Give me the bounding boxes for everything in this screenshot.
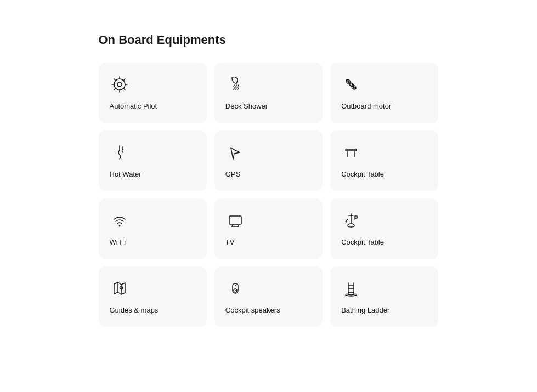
svg-line-13 bbox=[234, 88, 234, 90]
card-gps[interactable]: GPS bbox=[214, 130, 323, 191]
card-wifi[interactable]: Wi Fi bbox=[99, 198, 207, 259]
svg-point-42 bbox=[235, 285, 236, 286]
hot-water-icon bbox=[110, 143, 129, 162]
svg-line-30 bbox=[346, 219, 348, 221]
card-label-deck-shower: Deck Shower bbox=[225, 102, 268, 110]
card-tv[interactable]: TV bbox=[214, 198, 323, 259]
map-icon bbox=[110, 279, 129, 298]
svg-rect-24 bbox=[229, 216, 241, 224]
card-cockpit-speakers[interactable]: Cockpit speakers bbox=[214, 266, 323, 327]
card-hot-water[interactable]: Hot Water bbox=[99, 130, 207, 191]
card-cockpit-table-2[interactable]: Cockpit Table bbox=[330, 198, 438, 259]
svg-line-7 bbox=[123, 88, 125, 90]
svg-point-0 bbox=[117, 82, 122, 87]
svg-point-41 bbox=[235, 290, 236, 291]
card-outboard-motor[interactable]: Outboard motor bbox=[330, 63, 438, 123]
card-label-guides-maps: Guides & maps bbox=[110, 306, 159, 314]
card-label-outboard-motor: Outboard motor bbox=[341, 102, 391, 110]
svg-line-6 bbox=[114, 79, 116, 81]
main-container: On Board Equipments Automatic PilotDeck … bbox=[99, 33, 439, 327]
helm-icon bbox=[110, 75, 129, 94]
svg-line-11 bbox=[236, 85, 236, 87]
ladder-icon bbox=[341, 279, 361, 298]
tv-icon bbox=[225, 211, 245, 230]
card-label-cockpit-table-1: Cockpit Table bbox=[341, 170, 384, 178]
speaker-icon bbox=[225, 279, 245, 298]
card-label-cockpit-speakers: Cockpit speakers bbox=[225, 306, 280, 314]
svg-line-12 bbox=[238, 85, 239, 87]
card-cockpit-table-1[interactable]: Cockpit Table bbox=[330, 130, 438, 191]
card-label-automatic-pilot: Automatic Pilot bbox=[110, 102, 157, 110]
svg-rect-20 bbox=[346, 149, 357, 151]
svg-line-8 bbox=[123, 79, 125, 81]
card-deck-shower[interactable]: Deck Shower bbox=[214, 63, 323, 123]
svg-line-15 bbox=[238, 88, 239, 90]
card-label-tv: TV bbox=[225, 238, 235, 246]
svg-line-14 bbox=[236, 88, 236, 90]
svg-marker-19 bbox=[231, 148, 240, 159]
card-label-bathing-ladder: Bathing Ladder bbox=[341, 306, 389, 314]
svg-point-23 bbox=[118, 225, 120, 227]
card-guides-maps[interactable]: Guides & maps bbox=[99, 266, 207, 327]
wifi-icon bbox=[110, 211, 129, 230]
card-automatic-pilot[interactable]: Automatic Pilot bbox=[99, 63, 207, 123]
card-label-cockpit-table-2: Cockpit Table bbox=[341, 238, 384, 246]
card-label-gps: GPS bbox=[225, 170, 240, 178]
page-title: On Board Equipments bbox=[99, 33, 439, 47]
svg-point-31 bbox=[346, 221, 347, 223]
fan-icon bbox=[341, 75, 361, 94]
table-icon bbox=[341, 143, 361, 162]
card-label-wifi: Wi Fi bbox=[110, 238, 126, 246]
gps-icon bbox=[225, 143, 245, 162]
equipment-grid: Automatic PilotDeck ShowerOutboard motor… bbox=[99, 63, 439, 327]
card-label-hot-water: Hot Water bbox=[110, 170, 142, 178]
shower-icon bbox=[225, 75, 245, 94]
usb-icon bbox=[341, 211, 361, 230]
svg-line-10 bbox=[234, 85, 234, 87]
svg-rect-33 bbox=[355, 216, 357, 218]
svg-line-9 bbox=[114, 88, 116, 90]
card-bathing-ladder[interactable]: Bathing Ladder bbox=[330, 266, 438, 327]
